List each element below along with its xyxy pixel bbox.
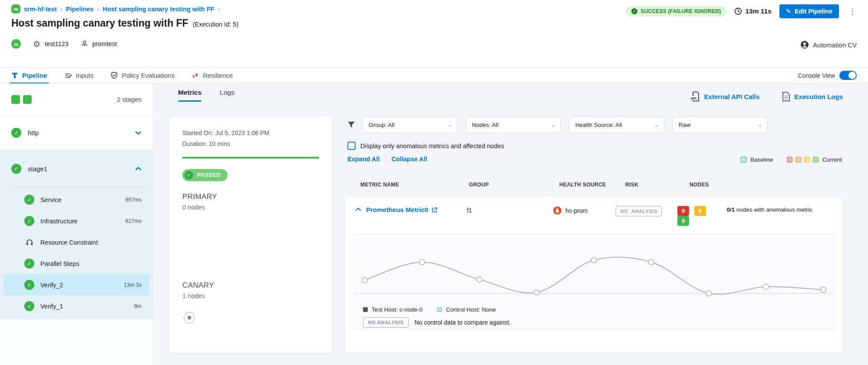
service-name[interactable]: test1123 — [45, 40, 69, 47]
svg-text:API: API — [691, 96, 696, 100]
triggered-by: Automation CV — [800, 40, 857, 49]
step-duration: 857ms — [125, 197, 142, 203]
deployment-status-icon: ∞ — [11, 39, 21, 49]
tab-resilience-label: Resilience — [203, 72, 233, 79]
health-source-label: hs-prom — [565, 207, 587, 214]
current-yellow-swatch — [804, 157, 810, 163]
nodes-summary: 0/1 nodes with anomalous metric — [727, 206, 834, 214]
execution-logs-link[interactable]: Execution Logs — [782, 92, 843, 102]
more-options-menu[interactable]: ⋮ — [847, 7, 858, 17]
api-document-icon: API — [691, 91, 700, 102]
collapse-all-link[interactable]: Collapse All — [391, 156, 427, 163]
metric-row: Prometheus Metric0 f1 hs-prom NO_ANALYSI… — [345, 196, 842, 226]
success-check-icon: ✓ — [24, 216, 34, 226]
passed-badge: ✓ PASSED — [182, 169, 228, 181]
external-link-icon — [432, 207, 438, 213]
breadcrumb-pipelines[interactable]: Pipelines — [66, 6, 94, 13]
step-parallel-steps[interactable]: ✓ Parallel Steps — [0, 253, 153, 274]
tab-policy-evaluations-label: Policy Evaluations — [122, 72, 175, 79]
success-check-icon: ✓ — [24, 195, 34, 205]
edit-pipeline-button[interactable]: ✎ Edit Pipeline — [779, 4, 839, 18]
view-mode-value: Raw — [679, 122, 690, 128]
step-infrastructure[interactable]: ✓ Infrastructure 617ms — [0, 210, 153, 232]
service-meta-row: ∞ ⚙ test1123 promtest — [11, 39, 117, 49]
canary-node-hexagon-icon[interactable] — [182, 311, 196, 325]
metric-chart-panel: Test Host: c-node-0 Control Host: None N… — [354, 234, 835, 329]
expand-collapse-row: Expand All Collapse All — [347, 156, 427, 163]
step-label: Parallel Steps — [40, 260, 79, 267]
collapse-metric-chevron-up-icon[interactable] — [355, 207, 361, 211]
tab-resilience[interactable]: Resilience — [192, 68, 233, 83]
view-mode-dropdown[interactable]: Raw ⌄ — [672, 116, 768, 133]
tab-metrics[interactable]: Metrics — [178, 89, 201, 102]
nodes-summary-text: nodes with anomalous metric — [736, 206, 812, 213]
stage-sidebar: 2 stages ✓ http ✓ stage1 ✓ Service 857ms — [0, 83, 153, 365]
health-source-filter-dropdown[interactable]: Health Source: All ⌄ — [569, 116, 664, 133]
shield-check-icon — [111, 72, 118, 79]
step-verify-2-selected[interactable]: ✓ Verify_2 13m 3s — [3, 274, 149, 295]
triggered-by-name[interactable]: Automation CV — [813, 41, 857, 49]
step-service[interactable]: ✓ Service 857ms — [0, 189, 153, 210]
chevron-down-icon: ⌄ — [758, 122, 762, 128]
anomalous-only-checkbox[interactable] — [347, 142, 356, 150]
current-legend-label: Current — [822, 156, 842, 163]
step-resource-constraint[interactable]: Resource Constraint — [0, 232, 153, 253]
tab-logs-label: Logs — [220, 89, 234, 96]
top-header: ∞ srm-hf-test › Pipelines › Host samplin… — [0, 0, 868, 67]
console-view-toggle[interactable] — [839, 71, 857, 80]
canary-node-count: 1 nodes — [182, 292, 319, 299]
tab-logs[interactable]: Logs — [220, 89, 234, 102]
control-host-swatch — [437, 307, 442, 312]
sidebar-stage-http[interactable]: ✓ http — [0, 116, 153, 150]
execution-status-bar: ✓ SUCCESS (FAILURE IGNORED) 13m 11s ✎ Ed… — [626, 4, 858, 18]
red-node-count: 0 — [677, 206, 689, 216]
chart-color-legend: Baseline Current — [741, 156, 842, 163]
metric-name-link[interactable]: Prometheus Metric0 — [366, 206, 467, 213]
chevron-up-icon[interactable] — [135, 166, 142, 171]
test-host-label: Test Host: c-node-0 — [372, 306, 422, 313]
status-badge-label: SUCCESS (FAILURE IGNORED) — [640, 8, 721, 14]
col-risk: RISK — [625, 182, 690, 188]
success-check-icon: ✓ — [185, 171, 193, 179]
breadcrumb-project[interactable]: srm-hf-test — [24, 6, 57, 13]
tab-pipeline[interactable]: Pipeline — [11, 68, 47, 83]
col-health-source: HEALTH SOURCE — [559, 182, 625, 188]
expand-all-link[interactable]: Expand All — [347, 156, 380, 163]
environment-icon — [81, 40, 88, 48]
chevron-down-icon: ⌄ — [448, 122, 452, 128]
stage1-section: ✓ stage1 ✓ Service 857ms ✓ Infrastructur… — [0, 150, 153, 319]
current-orange-swatch — [795, 157, 801, 163]
tab-inputs[interactable]: Inputs — [65, 68, 94, 83]
divider — [11, 187, 147, 187]
step-duration: 13m 3s — [124, 282, 142, 288]
metric-sparkline[interactable] — [354, 237, 834, 305]
step-duration: 9m — [134, 303, 142, 309]
no-analysis-row: NO ANALYSIS No control data to compare a… — [354, 313, 834, 328]
group-filter-dropdown[interactable]: Group: All ⌄ — [362, 116, 458, 133]
breadcrumb: ∞ srm-hf-test › Pipelines › Host samplin… — [11, 4, 220, 13]
step-label: Resource Constraint — [40, 239, 98, 246]
edit-pipeline-label: Edit Pipeline — [795, 8, 832, 15]
test-host-legend: Test Host: c-node-0 — [363, 306, 422, 313]
external-api-calls-link[interactable]: API External API Calls — [691, 91, 759, 102]
baseline-swatch — [741, 157, 746, 163]
execution-tabbar: Pipeline Inputs Policy Evaluations Resil… — [0, 67, 868, 83]
nodes-filter-dropdown[interactable]: Nodes: All ⌄ — [465, 116, 561, 133]
current-red-swatch — [787, 157, 792, 163]
tab-policy-evaluations[interactable]: Policy Evaluations — [111, 68, 175, 83]
chevron-down-icon[interactable] — [135, 131, 142, 135]
pencil-icon: ✎ — [786, 8, 791, 15]
prometheus-icon — [553, 206, 562, 215]
sidebar-stage-stage1[interactable]: ✓ stage1 — [0, 150, 153, 187]
col-group: GROUP — [469, 182, 559, 188]
user-avatar-icon — [800, 40, 809, 49]
stage-square-icon — [11, 95, 20, 104]
verification-summary-card: Started On: Jul 5, 2023 1:06 PM Duration… — [169, 116, 332, 353]
status-badge: ✓ SUCCESS (FAILURE IGNORED) — [626, 6, 726, 17]
step-verify-1[interactable]: ✓ Verify_1 9m — [0, 295, 153, 317]
breadcrumb-pipeline-name[interactable]: Host sampling canary testing with FF — [102, 6, 214, 13]
step-label: Verify_2 — [40, 282, 63, 289]
node-count-chips: 0 0 0 — [677, 206, 724, 226]
environment-name[interactable]: promtest — [92, 40, 117, 47]
resilience-icon — [192, 72, 199, 79]
